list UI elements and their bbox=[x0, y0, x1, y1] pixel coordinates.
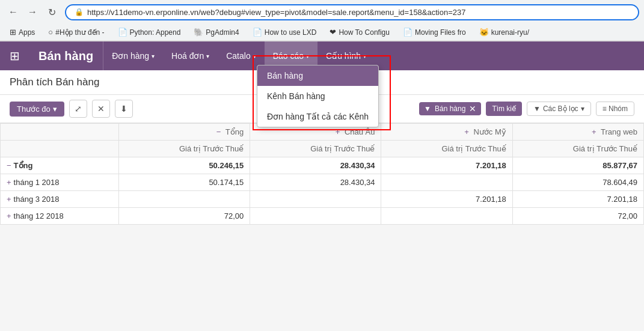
filter-icon: ▼ bbox=[533, 105, 541, 113]
bookmark-pgadmin-label: PgAdmin4 bbox=[206, 28, 239, 37]
col-nuoc-my-label: Nước Mỹ bbox=[473, 127, 506, 136]
bookmark-moving[interactable]: 📄 Moving Files fro bbox=[398, 26, 471, 38]
row-label: Tổng bbox=[14, 161, 33, 170]
expand-button[interactable]: ⤢ bbox=[69, 100, 87, 118]
col-subheader-0: Giá trị Trước Thuế bbox=[118, 141, 250, 157]
forward-button[interactable]: → bbox=[24, 4, 41, 20]
filter-tag-remove[interactable]: ✕ bbox=[469, 104, 476, 114]
pgadmin-icon: 🐘 bbox=[194, 28, 203, 37]
table-corner-header bbox=[1, 124, 119, 141]
download-button[interactable]: ⬇ bbox=[115, 100, 133, 118]
col-subheader-2: Giá trị Trước Thuế bbox=[381, 141, 512, 157]
bookmark-hop-thu[interactable]: ○ #Hộp thư đến - bbox=[43, 26, 109, 38]
col-subheader-3: Giá trị Trước Thuế bbox=[512, 141, 643, 157]
bookmark-python-label: Python: Append bbox=[130, 28, 181, 37]
row-value-cell: 72,00 bbox=[118, 208, 250, 225]
search-button[interactable]: Tìm kiế bbox=[486, 102, 522, 116]
dropdown-item-don-hang-tat-ca[interactable]: Đơn hàng Tất cả các Kênh bbox=[257, 106, 378, 127]
group-icon: ≡ bbox=[603, 105, 607, 113]
measure-label: Thước đo bbox=[17, 105, 51, 114]
pivot-table: − Tổng + Châu Âu + Nước Mỹ + Trang web bbox=[0, 123, 644, 225]
measure-button[interactable]: Thước đo ▾ bbox=[10, 102, 64, 117]
bookmark-how-to-config-label: How To Configu bbox=[339, 28, 390, 37]
row-label: tháng 1 2018 bbox=[14, 178, 60, 187]
chevron-down-icon: ▾ bbox=[306, 53, 309, 59]
plus-icon[interactable]: + bbox=[7, 211, 11, 220]
table-row: +tháng 12 201872,0072,00 bbox=[1, 208, 644, 225]
bookmark-how-to-config[interactable]: ❤ How To Configu bbox=[325, 26, 394, 38]
chevron-down-icon: ▾ bbox=[581, 105, 584, 113]
bookmarks-bar: ⊞ Apps ○ #Hộp thư đến - 📄 Python: Append… bbox=[0, 24, 644, 41]
minus-icon[interactable]: − bbox=[216, 127, 221, 136]
dropdown-item-kenh-ban-hang[interactable]: Kênh Bán hàng bbox=[257, 86, 378, 106]
row-label: tháng 12 2018 bbox=[14, 211, 64, 220]
table-col-tong: − Tổng bbox=[118, 124, 250, 141]
table-col-nuoc-my: + Nước Mỹ bbox=[381, 124, 512, 141]
nav-hoa-don[interactable]: Hoá đơn ▾ bbox=[163, 41, 218, 70]
plus-icon[interactable]: + bbox=[7, 178, 11, 187]
row-value-cell bbox=[118, 191, 250, 208]
filter-icon: ▼ bbox=[424, 105, 431, 113]
row-value-cell bbox=[381, 174, 512, 191]
chevron-down-icon: ▾ bbox=[53, 105, 57, 114]
python-icon: 📄 bbox=[118, 28, 127, 37]
row-value-cell: 78.604,49 bbox=[512, 174, 643, 191]
filter-area: ▼ Bán hàng ✕ Tìm kiế ▼ Các Bộ lọc ▾ ≡ Nh… bbox=[138, 102, 634, 116]
bookmark-pgadmin[interactable]: 🐘 PgAdmin4 bbox=[189, 26, 244, 38]
how-to-config-icon: ❤ bbox=[330, 28, 336, 37]
row-value-cell: 28.430,34 bbox=[250, 174, 381, 191]
filter-button[interactable]: ▼ Các Bộ lọc ▾ bbox=[527, 102, 591, 116]
nav-buttons: ← → ↻ bbox=[5, 4, 60, 20]
col-tong-label: Tổng bbox=[225, 127, 244, 136]
lock-icon: 🔒 bbox=[75, 8, 84, 16]
app-grid-icon[interactable]: ⊞ bbox=[0, 41, 29, 70]
refresh-button[interactable]: ↻ bbox=[43, 4, 60, 20]
row-value-cell bbox=[250, 208, 381, 225]
nav-don-hang[interactable]: Đơn hàng ▾ bbox=[103, 41, 163, 70]
row-label-cell: +tháng 1 2018 bbox=[1, 174, 119, 191]
kurenai-icon: 🐱 bbox=[479, 28, 489, 37]
chevron-down-icon: ▾ bbox=[253, 53, 256, 59]
filter-tag: ▼ Bán hàng ✕ bbox=[419, 102, 481, 115]
table-row-header bbox=[1, 141, 119, 157]
bookmark-hop-thu-label: #Hộp thư đến - bbox=[55, 28, 104, 37]
col-subheader-1: Giá trị Trước Thuế bbox=[250, 141, 381, 157]
bookmark-kurenai-label: kurenai-ryu/ bbox=[491, 28, 529, 37]
chevron-down-icon: ▾ bbox=[206, 53, 209, 59]
app-title: Bán hàng bbox=[29, 41, 103, 70]
plus-icon[interactable]: + bbox=[592, 127, 596, 136]
table-row: +tháng 3 20187.201,187.201,18 bbox=[1, 191, 644, 208]
bookmark-how-to-label: How to use LXD bbox=[265, 28, 317, 37]
close-button[interactable]: ✕ bbox=[92, 100, 110, 118]
row-value-cell: 7.201,18 bbox=[512, 191, 643, 208]
minus-icon[interactable]: − bbox=[7, 161, 11, 170]
row-label-cell: −Tổng bbox=[1, 157, 119, 174]
hop-thu-icon: ○ bbox=[48, 28, 53, 37]
bookmark-apps[interactable]: ⊞ Apps bbox=[5, 26, 40, 38]
row-value-cell: 7.201,18 bbox=[381, 191, 512, 208]
row-value-cell: 72,00 bbox=[512, 208, 643, 225]
browser-chrome: ← → ↻ 🔒 https://v11demo-vn.erponline.vn/… bbox=[0, 0, 644, 41]
plus-icon[interactable]: + bbox=[336, 127, 340, 136]
bookmark-how-to[interactable]: 📄 How to use LXD bbox=[248, 26, 322, 38]
col-trang-web-label: Trang web bbox=[601, 127, 637, 136]
bao-cao-dropdown: Bán hàngKênh Bán hàngĐơn hàng Tất cả các… bbox=[257, 65, 379, 127]
group-button[interactable]: ≡ Nhóm bbox=[596, 102, 634, 116]
bookmark-moving-label: Moving Files fro bbox=[415, 28, 466, 37]
dropdown-item-ban-hang[interactable]: Bán hàng bbox=[257, 65, 378, 86]
table-row: +tháng 1 201850.174,1528.430,3478.604,49 bbox=[1, 174, 644, 191]
browser-toolbar: ← → ↻ 🔒 https://v11demo-vn.erponline.vn/… bbox=[0, 0, 644, 24]
back-button[interactable]: ← bbox=[5, 4, 22, 20]
table-row: −Tổng50.246,1528.430,347.201,1885.877,67 bbox=[1, 157, 644, 174]
bookmark-kurenai[interactable]: 🐱 kurenai-ryu/ bbox=[474, 26, 534, 38]
filter-tag-label: Bán hàng bbox=[435, 105, 465, 113]
chevron-down-icon: ▾ bbox=[363, 53, 366, 59]
plus-icon[interactable]: + bbox=[7, 195, 11, 204]
bookmark-python[interactable]: 📄 Python: Append bbox=[113, 26, 186, 38]
row-value-cell: 85.877,67 bbox=[512, 157, 643, 174]
table-subheader-row: Giá trị Trước Thuế Giá trị Trước Thuế Gi… bbox=[1, 141, 644, 157]
plus-icon[interactable]: + bbox=[464, 127, 469, 136]
address-bar[interactable]: 🔒 https://v11demo-vn.erponline.vn/web?de… bbox=[65, 4, 639, 20]
how-to-icon: 📄 bbox=[253, 28, 262, 37]
table-col-trang-web: + Trang web bbox=[512, 124, 643, 141]
